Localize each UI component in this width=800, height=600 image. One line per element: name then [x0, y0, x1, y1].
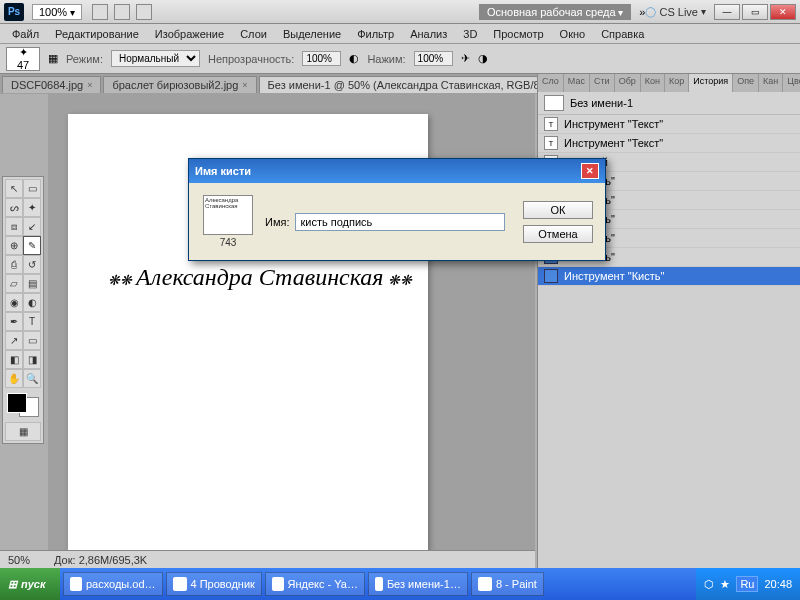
marquee-tool[interactable]: ▭	[23, 179, 41, 198]
panel-tab[interactable]: Сти	[590, 74, 615, 92]
close-icon[interactable]: ×	[87, 80, 92, 90]
blend-mode-select[interactable]: Нормальный	[111, 50, 200, 67]
brush-name-input[interactable]	[295, 213, 505, 231]
arrange-icon[interactable]	[92, 4, 108, 20]
history-item[interactable]: TИнструмент "Текст"	[538, 115, 800, 134]
opacity-input[interactable]	[302, 51, 341, 66]
taskbar-button[interactable]: 4 Проводник	[166, 572, 262, 596]
pressure-opacity-icon[interactable]: ◐	[349, 52, 359, 65]
app-icon	[478, 577, 492, 591]
stamp-tool[interactable]: ⎙	[5, 255, 23, 274]
blend-mode-label: Режим:	[66, 53, 103, 65]
status-bar: 50% Док: 2,86M/695,3K	[0, 550, 535, 568]
history-item[interactable]: TИнструмент "Текст"	[538, 134, 800, 153]
language-indicator[interactable]: Ru	[736, 576, 758, 592]
history-brush-tool[interactable]: ↺	[23, 255, 41, 274]
type-tool[interactable]: T	[23, 312, 41, 331]
color-swatches[interactable]	[5, 391, 41, 419]
brush-panel-icon[interactable]: ▦	[48, 52, 58, 65]
airbrush-icon[interactable]: ✈	[461, 52, 470, 65]
cancel-button[interactable]: Отмена	[523, 225, 593, 243]
menu-3d[interactable]: 3D	[455, 26, 485, 42]
taskbar-button[interactable]: Яндекс - Ya…	[265, 572, 365, 596]
panel-tab[interactable]: Обр	[615, 74, 641, 92]
status-zoom[interactable]: 50%	[8, 554, 30, 566]
brush-tool[interactable]: ✎	[23, 236, 41, 255]
tray-icon[interactable]: ★	[720, 578, 730, 591]
foreground-color[interactable]	[7, 393, 27, 413]
toolbox: ↖▭ ᔕ✦ ⧈↙ ⊕✎ ⎙↺ ▱▤ ◉◐ ✒T ↗▭ ◧◨ ✋🔍 ▦	[2, 176, 44, 444]
dodge-tool[interactable]: ◐	[23, 293, 41, 312]
menu-select[interactable]: Выделение	[275, 26, 349, 42]
taskbar-button[interactable]: 8 - Paint	[471, 572, 544, 596]
panel-tab[interactable]: Кон	[641, 74, 665, 92]
minimize-button[interactable]: —	[714, 4, 740, 20]
name-field-label: Имя:	[265, 216, 289, 228]
doc-tab-active[interactable]: Без имени-1 @ 50% (Александра Ставинская…	[259, 76, 569, 93]
pressure-size-icon[interactable]: ◑	[478, 52, 488, 65]
taskbar-button[interactable]: Без имени-1…	[368, 572, 468, 596]
dialog-close-button[interactable]: ✕	[581, 163, 599, 179]
menu-layers[interactable]: Слои	[232, 26, 275, 42]
maximize-button[interactable]: ▭	[742, 4, 768, 20]
screen-mode-icon[interactable]	[114, 4, 130, 20]
doc-tab[interactable]: браслет бирюзовый2.jpg×	[103, 76, 256, 93]
dialog-titlebar[interactable]: Имя кисти ✕	[189, 159, 605, 183]
app-icon	[70, 577, 82, 591]
menu-file[interactable]: Файл	[4, 26, 47, 42]
3d-tool[interactable]: ◧	[5, 350, 23, 369]
eraser-tool[interactable]: ▱	[5, 274, 23, 293]
titlebar: Ps 100% ▾ Основная рабочая среда ▾ » CS …	[0, 0, 800, 24]
menu-filter[interactable]: Фильтр	[349, 26, 402, 42]
gradient-tool[interactable]: ▤	[23, 274, 41, 293]
close-button[interactable]: ✕	[770, 4, 796, 20]
shape-tool[interactable]: ▭	[23, 331, 41, 350]
close-icon[interactable]: ×	[242, 80, 247, 90]
panel-tab[interactable]: Кан	[759, 74, 783, 92]
app-icon	[272, 577, 284, 591]
brush-preset-picker[interactable]: ✦47	[6, 47, 40, 71]
extras-icon[interactable]	[136, 4, 152, 20]
panel-tab-history[interactable]: История	[689, 74, 733, 92]
flow-input[interactable]	[414, 51, 453, 66]
taskbar-button[interactable]: расходы.od…	[63, 572, 163, 596]
menu-help[interactable]: Справка	[593, 26, 652, 42]
status-docinfo[interactable]: Док: 2,86M/695,3K	[54, 554, 147, 566]
panel-tabs: Сло Мас Сти Обр Кон Кор История Опе Кан …	[538, 74, 800, 92]
menu-analysis[interactable]: Анализ	[402, 26, 455, 42]
menu-window[interactable]: Окно	[552, 26, 594, 42]
doc-tab[interactable]: DSCF0684.jpg×	[2, 76, 101, 93]
document-tabs: DSCF0684.jpg× браслет бирюзовый2.jpg× Бе…	[0, 74, 571, 94]
history-snapshot[interactable]: Без имени-1	[538, 92, 800, 115]
history-item-selected[interactable]: Инструмент "Кисть"	[538, 267, 800, 286]
menu-edit[interactable]: Редактирование	[47, 26, 147, 42]
crop-tool[interactable]: ⧈	[5, 217, 23, 236]
heal-tool[interactable]: ⊕	[5, 236, 23, 255]
lasso-tool[interactable]: ᔕ	[5, 198, 23, 217]
panel-tab[interactable]: Опе	[733, 74, 759, 92]
menu-image[interactable]: Изображение	[147, 26, 232, 42]
workspace-switcher[interactable]: Основная рабочая среда ▾	[479, 4, 631, 20]
wand-tool[interactable]: ✦	[23, 198, 41, 217]
zoom-tool[interactable]: 🔍	[23, 369, 41, 388]
blur-tool[interactable]: ◉	[5, 293, 23, 312]
hand-tool[interactable]: ✋	[5, 369, 23, 388]
start-button[interactable]: ⊞пуск	[0, 568, 60, 600]
3d-cam-tool[interactable]: ◨	[23, 350, 41, 369]
panel-tab[interactable]: Кор	[665, 74, 689, 92]
path-tool[interactable]: ↗	[5, 331, 23, 350]
eyedropper-tool[interactable]: ↙	[23, 217, 41, 236]
move-tool[interactable]: ↖	[5, 179, 23, 198]
panel-tab[interactable]: Цвет	[783, 74, 800, 92]
panel-tab[interactable]: Мас	[564, 74, 590, 92]
pen-tool[interactable]: ✒	[5, 312, 23, 331]
menu-view[interactable]: Просмотр	[485, 26, 551, 42]
clock[interactable]: 20:48	[764, 578, 792, 590]
quickmask-toggle[interactable]: ▦	[5, 422, 41, 441]
ok-button[interactable]: ОК	[523, 201, 593, 219]
tray-icon[interactable]: ⬡	[704, 578, 714, 591]
cs-live-button[interactable]: CS Live ▾	[645, 6, 706, 18]
zoom-level-box[interactable]: 100% ▾	[32, 4, 82, 20]
brush-preview-size: 743	[220, 237, 237, 248]
panel-tab[interactable]: Сло	[538, 74, 564, 92]
